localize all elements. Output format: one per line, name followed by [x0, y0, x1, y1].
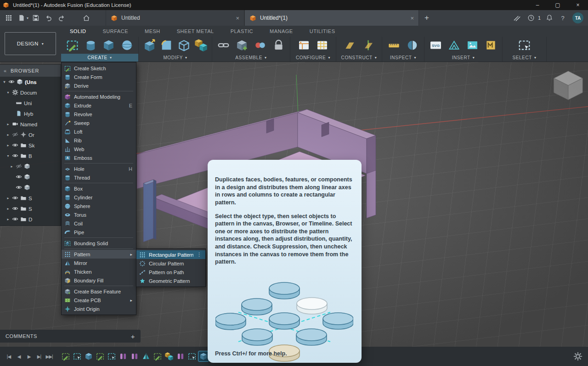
group-dropdown-inspect[interactable]: INSPECT▾ — [382, 54, 424, 62]
browser-row-sk[interactable]: ▸Sk — [0, 140, 61, 151]
maximize-button[interactable]: ▢ — [548, 0, 568, 10]
browser-row-or[interactable]: ▸Or — [0, 130, 61, 140]
chevron-right-icon[interactable]: ▸ — [6, 196, 11, 200]
chevron-right-icon[interactable]: ▸ — [6, 207, 11, 211]
chevron-right-icon[interactable]: ▸ — [9, 164, 14, 169]
tool-new-component[interactable] — [234, 38, 250, 53]
timeline-feature-sketch[interactable] — [95, 351, 105, 361]
tool-shell[interactable] — [177, 38, 191, 53]
tool-press-pull[interactable] — [142, 38, 157, 53]
tool-primitive-sphere[interactable] — [119, 38, 135, 53]
minimize-button[interactable]: – — [527, 0, 548, 10]
ribbon-tab-solid[interactable]: SOLID — [70, 28, 86, 34]
menu-item-web[interactable]: Web — [62, 145, 136, 153]
tool-configuration-table[interactable] — [315, 38, 330, 53]
settings-gear-icon[interactable] — [573, 352, 582, 361]
ribbon-tab-surface[interactable]: SURFACE — [103, 28, 128, 34]
menu-item-automated-modeling[interactable]: Automated Modeling — [62, 92, 136, 101]
ribbon-tab-sheet-metal[interactable]: SHEET METAL — [177, 28, 214, 34]
group-dropdown-insert[interactable]: INSERT▾ — [424, 54, 502, 62]
menu-item-derive[interactable]: Derive — [62, 81, 136, 90]
menu-item-mirror[interactable]: Mirror — [62, 259, 136, 267]
menu-item-box[interactable]: Box — [62, 184, 136, 193]
ribbon-tab-plastic[interactable]: PLASTIC — [231, 28, 253, 34]
tool-insert-component[interactable] — [216, 38, 232, 53]
group-dropdown-select[interactable]: SELECT▾ — [503, 54, 546, 62]
chevron-down-icon[interactable]: ▾ — [6, 154, 11, 158]
menu-item-rib[interactable]: Rib — [62, 136, 136, 145]
submenu-item-rectangular-pattern[interactable]: Rectangular Pattern⋮ — [136, 250, 205, 259]
menu-item-create-form[interactable]: Create Form — [62, 73, 136, 81]
tool-section-analysis[interactable] — [405, 38, 420, 53]
browser-row-item[interactable]: ▸ — [0, 161, 61, 172]
menu-item-cylinder[interactable]: Cylinder — [62, 193, 136, 202]
timeline-feature-extrude[interactable] — [198, 351, 209, 361]
visibility-eye-icon[interactable] — [16, 174, 23, 180]
chevron-right-icon[interactable]: ▸ — [6, 122, 11, 126]
menu-item-bounding-solid[interactable]: Bounding Solid — [62, 239, 136, 248]
menu-item-hole[interactable]: HoleH — [62, 164, 136, 173]
chevron-down-icon[interactable]: ▾ — [2, 80, 7, 84]
visibility-eye-icon[interactable] — [12, 131, 19, 138]
close-button[interactable]: × — [568, 0, 588, 10]
timeline-feature-select-box[interactable] — [72, 351, 82, 361]
tool-combine[interactable] — [194, 38, 208, 53]
menu-item-sweep[interactable]: Sweep — [62, 118, 136, 127]
tab-close-icon[interactable]: × — [236, 15, 239, 22]
tool-insert-mesh[interactable] — [447, 38, 462, 53]
submenu-item-pattern-on-path[interactable]: Pattern on Path — [136, 268, 205, 276]
browser-row-uns[interactable]: ▾(Uns — [0, 77, 61, 87]
user-avatar[interactable]: TA — [572, 12, 583, 23]
ribbon-tab-manage[interactable]: MANAGE — [270, 28, 293, 34]
chevron-down-icon[interactable]: ▾ — [6, 90, 11, 95]
file-menu-icon[interactable] — [16, 12, 27, 24]
timeline-feature-mirror[interactable] — [141, 351, 151, 361]
visibility-eye-icon[interactable] — [12, 205, 19, 212]
tool-rigid-group[interactable] — [271, 38, 286, 53]
browser-row-hyb[interactable]: Hyb — [0, 108, 61, 119]
playback-control-0[interactable]: |◀ — [4, 351, 14, 361]
menu-item-boundary-fill[interactable]: Boundary Fill — [62, 276, 136, 285]
timeline-feature-pattern[interactable] — [130, 351, 140, 361]
tool-insert-mcmaster[interactable] — [483, 38, 498, 53]
timeline-feature-pattern[interactable] — [118, 351, 128, 361]
tool-create-sketch[interactable] — [65, 38, 80, 53]
tool-select[interactable] — [517, 38, 532, 53]
chevron-right-icon[interactable]: ▸ — [6, 143, 11, 147]
save-icon[interactable] — [30, 12, 41, 24]
playback-control-1[interactable]: ◀ — [14, 351, 24, 361]
visibility-eye-icon[interactable] — [12, 195, 19, 202]
add-comment-button[interactable]: + — [131, 332, 135, 340]
new-tab-button[interactable]: + — [419, 13, 435, 23]
menu-item-pipe[interactable]: Pipe — [62, 228, 136, 236]
tool-joint[interactable] — [253, 38, 268, 53]
timeline-feature-select-box[interactable] — [187, 351, 197, 361]
timeline-feature-sketch[interactable] — [61, 351, 71, 361]
tool-insert-svg[interactable]: SVG — [428, 38, 444, 53]
chevron-right-icon[interactable]: ▸ — [6, 133, 11, 137]
menu-item-pattern[interactable]: Pattern▸ — [62, 250, 136, 259]
playback-control-2[interactable]: ▶ — [24, 351, 34, 361]
collapse-panel-icon[interactable]: « — [4, 68, 7, 73]
timeline-feature-combine[interactable] — [164, 351, 174, 361]
menu-item-extrude[interactable]: ExtrudeE — [62, 101, 136, 110]
tool-construction-axis[interactable] — [361, 38, 376, 53]
browser-row-named[interactable]: ▸Named — [0, 119, 61, 130]
browser-row-docum[interactable]: ▾Docum — [0, 87, 61, 98]
playback-control-3[interactable]: ▶| — [34, 351, 44, 361]
visibility-eye-icon[interactable] — [8, 79, 15, 85]
browser-row-d[interactable]: ▸D — [0, 214, 61, 225]
timeline-feature-extrude[interactable] — [84, 351, 94, 361]
data-panel-grid-icon[interactable] — [3, 12, 14, 24]
redo-icon[interactable] — [56, 12, 67, 24]
menu-item-thread[interactable]: Thread — [62, 173, 136, 182]
help-button[interactable]: ? — [558, 15, 568, 22]
undo-icon[interactable] — [43, 12, 54, 24]
tool-configure[interactable] — [296, 38, 312, 53]
menu-item-create-pcb[interactable]: Create PCB▸ — [62, 296, 136, 304]
submenu-item-geometric-pattern[interactable]: Geometric Pattern — [136, 276, 205, 285]
tool-construction-plane[interactable] — [342, 38, 358, 53]
visibility-eye-icon[interactable] — [16, 163, 23, 170]
item-options-dots-icon[interactable]: ⋮ — [197, 252, 202, 258]
tool-canvas[interactable] — [465, 38, 481, 53]
